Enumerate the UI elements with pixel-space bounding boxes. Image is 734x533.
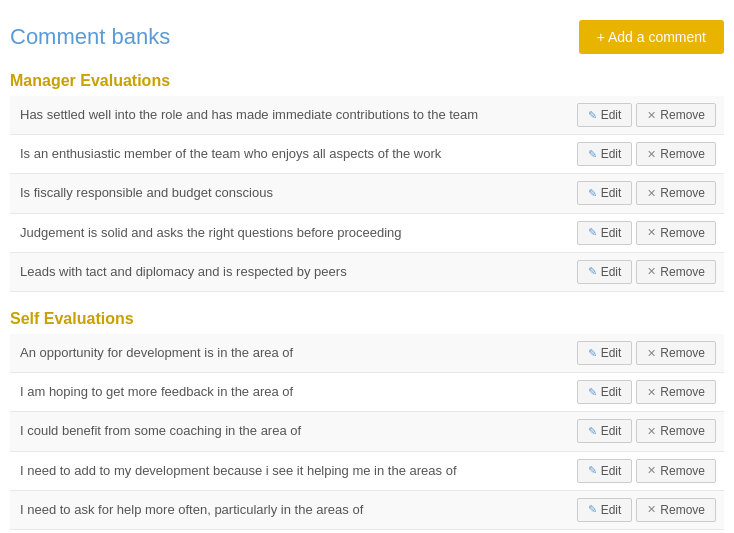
comment-actions: ✎Edit✕Remove xyxy=(564,135,724,174)
comment-text: Has settled well into the role and has m… xyxy=(10,96,564,135)
edit-icon: ✎ xyxy=(588,148,597,161)
edit-button[interactable]: ✎Edit xyxy=(577,181,633,205)
edit-icon: ✎ xyxy=(588,464,597,477)
remove-button[interactable]: ✕Remove xyxy=(636,142,716,166)
comment-text: Is an enthusiastic member of the team wh… xyxy=(10,135,564,174)
edit-label: Edit xyxy=(601,226,622,240)
comment-actions: ✎Edit✕Remove xyxy=(564,174,724,213)
edit-label: Edit xyxy=(601,346,622,360)
edit-button[interactable]: ✎Edit xyxy=(577,419,633,443)
table-row: I could benefit from some coaching in th… xyxy=(10,412,724,451)
edit-label: Edit xyxy=(601,186,622,200)
edit-label: Edit xyxy=(601,464,622,478)
remove-icon: ✕ xyxy=(647,109,656,122)
add-comment-button[interactable]: + Add a comment xyxy=(579,20,724,54)
comment-table-manager-evaluations: Has settled well into the role and has m… xyxy=(10,96,724,292)
comment-text: An opportunity for development is in the… xyxy=(10,334,564,373)
edit-button[interactable]: ✎Edit xyxy=(577,142,633,166)
edit-icon: ✎ xyxy=(588,265,597,278)
remove-button[interactable]: ✕Remove xyxy=(636,181,716,205)
comment-text: I could benefit from some coaching in th… xyxy=(10,412,564,451)
comment-actions: ✎Edit✕Remove xyxy=(564,490,724,529)
edit-button[interactable]: ✎Edit xyxy=(577,498,633,522)
remove-button[interactable]: ✕Remove xyxy=(636,221,716,245)
remove-button[interactable]: ✕Remove xyxy=(636,260,716,284)
remove-button[interactable]: ✕Remove xyxy=(636,341,716,365)
edit-label: Edit xyxy=(601,503,622,517)
remove-button[interactable]: ✕Remove xyxy=(636,459,716,483)
remove-label: Remove xyxy=(660,186,705,200)
remove-label: Remove xyxy=(660,503,705,517)
remove-icon: ✕ xyxy=(647,386,656,399)
edit-button[interactable]: ✎Edit xyxy=(577,260,633,284)
section-title-self-evaluations: Self Evaluations xyxy=(10,310,724,328)
remove-button[interactable]: ✕Remove xyxy=(636,103,716,127)
comment-text: I need to add to my development because … xyxy=(10,451,564,490)
comment-text: Judgement is solid and asks the right qu… xyxy=(10,213,564,252)
edit-label: Edit xyxy=(601,265,622,279)
remove-label: Remove xyxy=(660,346,705,360)
section-title-manager-evaluations: Manager Evaluations xyxy=(10,72,724,90)
remove-icon: ✕ xyxy=(647,187,656,200)
comment-actions: ✎Edit✕Remove xyxy=(564,252,724,291)
remove-label: Remove xyxy=(660,424,705,438)
comment-text: Leads with tact and diplomacy and is res… xyxy=(10,252,564,291)
comment-text: Is fiscally responsible and budget consc… xyxy=(10,174,564,213)
remove-icon: ✕ xyxy=(647,503,656,516)
edit-icon: ✎ xyxy=(588,386,597,399)
edit-icon: ✎ xyxy=(588,347,597,360)
comment-actions: ✎Edit✕Remove xyxy=(564,213,724,252)
edit-button[interactable]: ✎Edit xyxy=(577,341,633,365)
edit-icon: ✎ xyxy=(588,187,597,200)
edit-button[interactable]: ✎Edit xyxy=(577,103,633,127)
table-row: An opportunity for development is in the… xyxy=(10,334,724,373)
page-title: Comment banks xyxy=(10,24,170,50)
edit-icon: ✎ xyxy=(588,226,597,239)
edit-label: Edit xyxy=(601,424,622,438)
table-row: Leads with tact and diplomacy and is res… xyxy=(10,252,724,291)
table-row: I need to ask for help more often, parti… xyxy=(10,490,724,529)
edit-label: Edit xyxy=(601,385,622,399)
comment-actions: ✎Edit✕Remove xyxy=(564,373,724,412)
edit-icon: ✎ xyxy=(588,425,597,438)
table-row: Is an enthusiastic member of the team wh… xyxy=(10,135,724,174)
remove-icon: ✕ xyxy=(647,226,656,239)
page-header: Comment banks + Add a comment xyxy=(10,20,724,54)
comment-actions: ✎Edit✕Remove xyxy=(564,451,724,490)
table-row: Is fiscally responsible and budget consc… xyxy=(10,174,724,213)
comment-text: I need to ask for help more often, parti… xyxy=(10,490,564,529)
edit-label: Edit xyxy=(601,147,622,161)
remove-icon: ✕ xyxy=(647,265,656,278)
remove-button[interactable]: ✕Remove xyxy=(636,380,716,404)
remove-label: Remove xyxy=(660,108,705,122)
sections-container: Manager EvaluationsHas settled well into… xyxy=(10,72,724,530)
edit-icon: ✎ xyxy=(588,503,597,516)
remove-icon: ✕ xyxy=(647,464,656,477)
table-row: Has settled well into the role and has m… xyxy=(10,96,724,135)
comment-actions: ✎Edit✕Remove xyxy=(564,334,724,373)
comment-actions: ✎Edit✕Remove xyxy=(564,412,724,451)
comment-table-self-evaluations: An opportunity for development is in the… xyxy=(10,334,724,530)
edit-button[interactable]: ✎Edit xyxy=(577,221,633,245)
page-container: Comment banks + Add a comment Manager Ev… xyxy=(0,0,734,533)
remove-label: Remove xyxy=(660,385,705,399)
table-row: I am hoping to get more feedback in the … xyxy=(10,373,724,412)
remove-icon: ✕ xyxy=(647,425,656,438)
comment-actions: ✎Edit✕Remove xyxy=(564,96,724,135)
edit-button[interactable]: ✎Edit xyxy=(577,380,633,404)
table-row: Judgement is solid and asks the right qu… xyxy=(10,213,724,252)
comment-text: I am hoping to get more feedback in the … xyxy=(10,373,564,412)
remove-label: Remove xyxy=(660,226,705,240)
remove-label: Remove xyxy=(660,147,705,161)
remove-button[interactable]: ✕Remove xyxy=(636,498,716,522)
remove-icon: ✕ xyxy=(647,347,656,360)
edit-icon: ✎ xyxy=(588,109,597,122)
table-row: I need to add to my development because … xyxy=(10,451,724,490)
remove-button[interactable]: ✕Remove xyxy=(636,419,716,443)
remove-icon: ✕ xyxy=(647,148,656,161)
remove-label: Remove xyxy=(660,265,705,279)
edit-label: Edit xyxy=(601,108,622,122)
edit-button[interactable]: ✎Edit xyxy=(577,459,633,483)
remove-label: Remove xyxy=(660,464,705,478)
